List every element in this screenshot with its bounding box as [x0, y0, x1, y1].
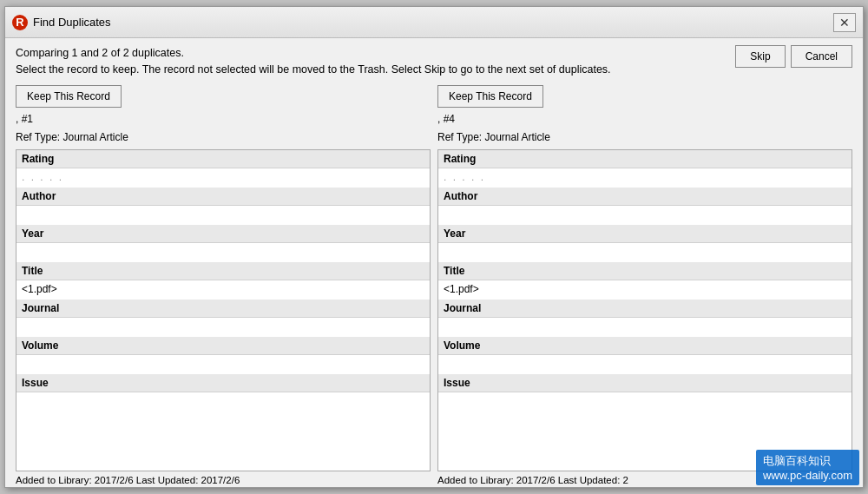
right-year-value — [438, 243, 852, 262]
watermark-line2: www.pc-daily.com — [763, 469, 852, 482]
left-volume-label: Volume — [16, 337, 430, 355]
meta-row: , #1 Ref Type: Journal Article , #4 Ref … — [16, 111, 852, 148]
close-button[interactable]: ✕ — [833, 13, 856, 32]
right-ref-type: Ref Type: Journal Article — [437, 129, 852, 148]
left-ref-type: Ref Type: Journal Article — [16, 129, 431, 148]
keep-record-left-button[interactable]: Keep This Record — [16, 85, 122, 108]
watermark: 电脑百科知识 www.pc-daily.com — [756, 450, 859, 485]
panels-container: Rating . . . . . Author Year Title <1.pd… — [16, 149, 852, 471]
right-journal-label: Journal — [438, 300, 852, 318]
left-author-label: Author — [16, 188, 430, 206]
dialog-title: Find Duplicates — [33, 16, 111, 29]
keep-right-container: Keep This Record — [437, 85, 852, 108]
left-year-value — [16, 243, 430, 262]
left-issue-value — [16, 392, 430, 412]
left-author-value — [16, 206, 430, 225]
right-volume-label: Volume — [438, 337, 852, 355]
action-buttons: Skip Cancel — [735, 45, 852, 68]
right-record-table: Rating . . . . . Author Year Title <1.pd… — [437, 149, 852, 471]
keep-buttons-row: Keep This Record Keep This Record — [5, 82, 863, 111]
right-volume-value — [438, 355, 852, 374]
right-table-inner[interactable]: Rating . . . . . Author Year Title <1.pd… — [438, 150, 852, 471]
right-rating-label: Rating — [438, 150, 852, 168]
left-record-id: , #1 — [16, 111, 431, 129]
right-author-label: Author — [438, 188, 852, 206]
left-table-inner[interactable]: Rating . . . . . Author Year Title <1.pd… — [16, 150, 430, 471]
left-volume-value — [16, 355, 430, 374]
right-title-value: <1.pdf> — [438, 280, 852, 300]
right-title-label: Title — [438, 262, 852, 280]
skip-button[interactable]: Skip — [735, 45, 785, 68]
left-footer: Added to Library: 2017/2/6 Last Updated:… — [16, 475, 431, 485]
title-bar-left: R Find Duplicates — [12, 15, 111, 30]
left-panel: Rating . . . . . Author Year Title <1.pd… — [16, 149, 431, 471]
right-issue-value — [438, 392, 852, 412]
left-rating-label: Rating — [16, 150, 430, 168]
instruction-text: Select the record to keep. The record no… — [16, 62, 735, 78]
find-duplicates-dialog: R Find Duplicates ✕ Comparing 1 and 2 of… — [4, 6, 864, 488]
app-icon: R — [12, 15, 28, 30]
panels-area: , #1 Ref Type: Journal Article , #4 Ref … — [5, 111, 863, 490]
left-title-label: Title — [16, 262, 430, 280]
right-record-id: , #4 — [437, 111, 852, 129]
right-journal-value — [438, 318, 852, 337]
right-year-label: Year — [438, 225, 852, 243]
footer-row: Added to Library: 2017/2/6 Last Updated:… — [16, 471, 852, 489]
title-bar: R Find Duplicates ✕ — [5, 7, 863, 38]
info-text: Comparing 1 and 2 of 2 duplicates. Selec… — [16, 45, 735, 78]
left-rating-value: . . . . . — [16, 168, 430, 188]
left-journal-label: Journal — [16, 300, 430, 318]
keep-left-container: Keep This Record — [16, 85, 431, 108]
right-author-value — [438, 206, 852, 225]
cancel-button[interactable]: Cancel — [791, 45, 852, 68]
watermark-line1: 电脑百科知识 — [763, 453, 852, 469]
left-journal-value — [16, 318, 430, 337]
right-panel: Rating . . . . . Author Year Title <1.pd… — [437, 149, 852, 471]
comparing-text: Comparing 1 and 2 of 2 duplicates. — [16, 45, 735, 62]
info-bar: Comparing 1 and 2 of 2 duplicates. Selec… — [5, 38, 863, 82]
app-icon-label: R — [16, 16, 23, 29]
left-year-label: Year — [16, 225, 430, 243]
keep-record-right-button[interactable]: Keep This Record — [437, 85, 543, 108]
left-meta: , #1 Ref Type: Journal Article — [16, 111, 431, 148]
left-issue-label: Issue — [16, 374, 430, 392]
left-record-table: Rating . . . . . Author Year Title <1.pd… — [16, 149, 431, 471]
right-meta: , #4 Ref Type: Journal Article — [437, 111, 852, 148]
right-issue-label: Issue — [438, 374, 852, 392]
main-content: Comparing 1 and 2 of 2 duplicates. Selec… — [5, 38, 863, 489]
right-rating-value: . . . . . — [438, 168, 852, 188]
left-title-value: <1.pdf> — [16, 280, 430, 300]
